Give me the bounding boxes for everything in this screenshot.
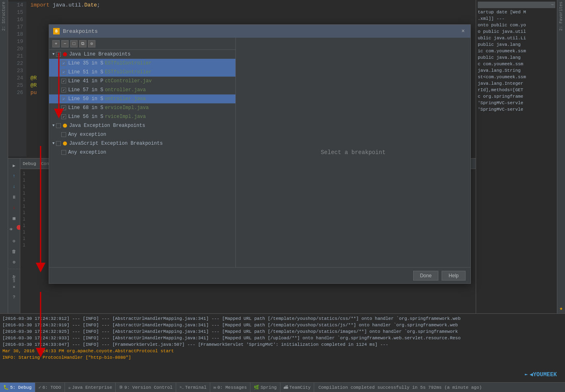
dialog-left: + − □ ⧉ ⊙ ▼ ✓ Java Line Breakpoints (49, 38, 236, 267)
dialog-body: + − □ ⧉ ⊙ ▼ ✓ Java Line Breakpoints (49, 38, 470, 267)
debug-tab-debugger[interactable]: Debug (23, 161, 36, 166)
dialog-close-button[interactable]: × (460, 28, 466, 34)
step-into-icon[interactable]: ↓ (10, 182, 19, 191)
bp-checkbox[interactable] (61, 132, 66, 137)
tab-java-enterprise[interactable]: ☕ Java Enterprise (65, 383, 116, 392)
term-tab-icon: >_ (179, 386, 184, 390)
tab-spring[interactable]: 🌿 Spring (250, 383, 280, 392)
web-tab[interactable]: web (12, 276, 20, 282)
tab-terminal[interactable]: >_ Terminal (176, 383, 210, 392)
breakpoints-dialog[interactable]: B Breakpoints × + − □ ⧉ ⊙ ▼ (49, 24, 471, 284)
tc-tab-icon: 🏙 (284, 385, 288, 390)
bp-any-exception-java[interactable]: Any exception (49, 130, 235, 139)
section-checkbox-js[interactable] (56, 141, 61, 146)
section-checkbox-exc[interactable] (56, 123, 61, 128)
bp-text: Line 57 in S (68, 87, 103, 93)
remove-breakpoint-button[interactable]: − (61, 40, 69, 47)
bp-file: erviceImpl.java (105, 105, 149, 111)
right-line: public java.lang (478, 54, 555, 61)
bp-text: Line 41 in P (68, 78, 103, 84)
right-line: st<com.youmeek.ssm (478, 74, 555, 80)
icon-group: 👁 (7, 224, 22, 235)
favorites-star[interactable]: ★ (559, 305, 563, 313)
bp-text: Line 35 in S (68, 60, 103, 66)
close-debug-icon[interactable]: ✕ (10, 282, 19, 291)
structure-bar: 2: Structure (0, 0, 8, 313)
bp-item-2[interactable]: ✓ Line 41 in P ctController.jav (49, 77, 235, 86)
bp-text: Any exception (68, 150, 106, 155)
debug-tools: ▶ ↑ ↓ ⏸ ↓ ▦ 👁 ⊙ 🗑 ⚙ ↻ ✕ ? (8, 159, 20, 313)
mute-breakpoint-button[interactable]: ⊙ (88, 40, 95, 47)
section-js-exception: ▼ JavaScript Exception Breakpoints (49, 139, 235, 148)
stop-icon[interactable]: ↓ (10, 203, 19, 212)
dialog-titlebar: B Breakpoints × (49, 25, 470, 38)
bp-checkbox[interactable] (61, 150, 66, 155)
js-exception-dot (63, 141, 67, 146)
bp-checkbox[interactable]: ✓ (61, 114, 66, 119)
bp-item-3[interactable]: ✓ Line 57 in S ontroller.java (49, 86, 235, 94)
dialog-toolbar: + − □ ⧉ ⊙ (49, 38, 235, 50)
right-line: public java.lang (478, 41, 555, 48)
right-line: c com.youmeek.ssm (478, 61, 555, 67)
right-line: .xml]] --- (478, 15, 555, 22)
right-line: java.lang.String (478, 67, 555, 74)
bp-item-0[interactable]: ✓ Line 35 in S ESTfulController (49, 59, 235, 68)
msg-tab-icon: ✉ (213, 385, 216, 390)
bp-text: Line 56 in S (68, 114, 103, 120)
debug-tab-icon: 🐛 (3, 385, 9, 390)
bp-checkbox[interactable]: ✓ (61, 105, 66, 110)
vc-tab-label: 9: Version Control (124, 385, 173, 390)
spring-tab-label: Spring (261, 385, 277, 390)
bp-file: ctController.jav (105, 78, 151, 84)
add-breakpoint-button[interactable]: + (52, 40, 60, 47)
bp-checkbox[interactable]: ✓ (61, 70, 66, 75)
bp-file: ontroller.java (105, 96, 146, 102)
tab-teamcity[interactable]: 🏙 TeamCity (280, 383, 315, 392)
trash-icon[interactable]: 🗑 (10, 247, 19, 256)
bp-item-1[interactable]: ✓ Line 51 in S ESTfulController (49, 68, 235, 77)
step-over-icon[interactable]: ↑ (10, 171, 19, 180)
right-panel-content: tartup date [Wed M .xml]] --- onto publi… (478, 9, 555, 113)
right-line: ic com.youmeek.ssm (478, 48, 555, 54)
tab-messages[interactable]: ✉ 0: Messages (210, 383, 250, 392)
pause-icon[interactable]: ⏸ (10, 193, 19, 201)
log-line: [2016-03-30 17:24:32:919] --- [INFO] ---… (2, 322, 563, 328)
bp-item-4[interactable]: ✓ Line 50 in S ontroller.java (49, 94, 235, 103)
help-button[interactable]: Help (442, 271, 466, 281)
section-arrow: ▼ (52, 141, 54, 146)
right-line: c org.springframe (478, 93, 555, 100)
debug-tab-label: 5: Debug (10, 385, 32, 390)
todo-tab-icon: ✓ (39, 385, 41, 390)
bp-any-exception-js[interactable]: Any exception (49, 148, 235, 157)
tab-todo[interactable]: ✓ 6: TODO (35, 383, 65, 392)
vc-tab-icon: ⑨ (119, 385, 123, 390)
right-line: ublic java.util.Li (478, 35, 555, 41)
right-panel: — tartup date [Wed M .xml]] --- onto pub… (476, 0, 557, 313)
bp-item-6[interactable]: ✓ Line 56 in S rviceImpl.java (49, 112, 235, 121)
settings-icon: ⚙ (10, 257, 19, 266)
favorites-bar: 2: Favorites ★ (557, 0, 565, 313)
watch-icon[interactable]: 👁 (7, 225, 16, 234)
tab-version-control[interactable]: ⑨ 9: Version Control (116, 383, 176, 392)
right-line: 'SpringMVC-servle (478, 100, 555, 106)
dialog-title-icon: B (53, 28, 60, 34)
bp-checkbox[interactable]: ✓ (61, 88, 66, 92)
line-numbers: 14151617 18192021 2223242526 (8, 2, 26, 156)
tab-debug[interactable]: 🐛 5: Debug (0, 383, 35, 392)
java-line-dot (63, 52, 67, 56)
bp-checkbox[interactable]: ✓ (61, 96, 66, 101)
bp-checkbox[interactable]: ✓ (61, 61, 66, 66)
favorites-label: 2: Favorites (558, 0, 564, 32)
right-line: o public java.util (478, 28, 555, 35)
bp-text: Any exception (68, 132, 106, 137)
bp-item-5[interactable]: ✓ Line 68 in S erviceImpl.java (49, 103, 235, 112)
section-checkbox[interactable]: ✓ (56, 52, 61, 57)
copy-breakpoint-button[interactable]: □ (70, 40, 78, 47)
export-breakpoint-button[interactable]: ⧉ (79, 40, 86, 47)
bp-checkbox[interactable]: ✓ (61, 79, 66, 84)
help-debug-icon[interactable]: ? (10, 293, 19, 302)
todo-tab-label: 6: TODO (42, 385, 61, 390)
resume-icon[interactable]: ▶ (10, 161, 19, 170)
done-button[interactable]: Done (413, 271, 439, 281)
bp-text: Line 68 in S (68, 105, 103, 111)
